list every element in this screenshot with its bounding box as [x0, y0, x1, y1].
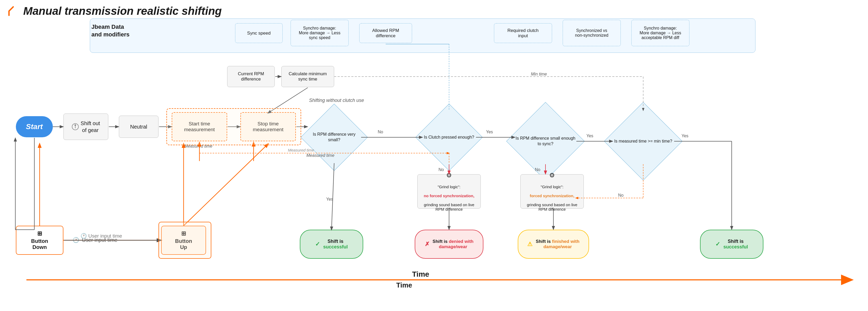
svg-text:No: No: [378, 130, 383, 134]
measured-time-label: Measured time: [184, 144, 212, 149]
svg-text:Yes: Yes: [682, 133, 688, 138]
start-time-node: Start time measurement: [172, 112, 227, 141]
jbeam-synchronized-vs: Synchronized vs non-synchronized: [563, 20, 621, 46]
jbeam-synchro-damage-2: Synchro damage: More damage → Less accep…: [631, 20, 689, 46]
svg-line-9: [184, 144, 268, 226]
svg-text:Yes: Yes: [326, 197, 333, 201]
svg-text:Yes: Yes: [486, 130, 493, 134]
shift-out-node: Shift out of gear: [63, 114, 108, 140]
svg-point-1: [74, 124, 76, 126]
jbeam-label: Jbeam Data and modifiers: [91, 23, 129, 38]
shift-successful-1: ✓ Shift issuccessful: [300, 230, 363, 259]
shifting-no-clutch-label: Shifting without clutch use: [309, 98, 364, 103]
user-input-time: 🕐 User input time: [73, 237, 118, 243]
svg-text:Time: Time: [412, 270, 429, 278]
button-up[interactable]: ⊞ Button Up: [161, 226, 206, 255]
calc-min-node: Calculate minimum sync time: [281, 66, 334, 87]
grind-no-forced-node: ⚙ "Grind logic": no forced synchronizati…: [417, 174, 481, 209]
stop-time-node: Stop time measurement: [240, 112, 296, 141]
svg-text:No: No: [618, 193, 624, 197]
q-clutch-container: Is Clutch pressed enough?: [423, 111, 475, 164]
jbeam-allowed-rpm: Allowed RPM difference: [359, 23, 412, 43]
shift-out-label: Shift out of gear: [81, 120, 100, 133]
grind-forced-node: ⚙ "Grind logic": forced synchronization,…: [520, 174, 584, 209]
diagram-container: Manual transmission realistic shifting J…: [0, 0, 868, 311]
shift-denied: ✗ Shift is denied withdamage/wear: [415, 230, 484, 259]
button-down[interactable]: ⊞ Button Down: [16, 226, 63, 255]
time-label: Time: [396, 281, 412, 289]
min-time-label: Min time: [531, 72, 547, 76]
q-measured-time-container: Is measured time >= min time?: [613, 111, 674, 172]
shift-successful-2: ✓ Shift issuccessful: [700, 230, 764, 259]
q-rpm-sync-container: Is RPM difference small enough to sync?: [515, 111, 576, 172]
measured-time-2-label: Measured time: [306, 153, 334, 158]
svg-text:Yes: Yes: [586, 133, 593, 138]
jbeam-synchro-damage-1: Synchro damage: More damage → Less sync …: [290, 20, 349, 46]
jbeam-required-clutch: Required clutch input: [494, 23, 552, 43]
svg-line-14: [332, 163, 334, 230]
shift-finished: ⚠ Shift is finished withdamage/wear: [518, 230, 589, 259]
start-node: Start: [16, 116, 53, 137]
current-rpm-node: Current RPM difference: [227, 66, 275, 87]
title-text: Manual transmission realistic shifting: [23, 5, 222, 18]
neutral-node: Neutral: [119, 116, 158, 138]
svg-line-13: [268, 88, 308, 113]
page-title: Manual transmission realistic shifting: [8, 5, 222, 18]
jbeam-sync-speed: Sync speed: [235, 23, 283, 43]
